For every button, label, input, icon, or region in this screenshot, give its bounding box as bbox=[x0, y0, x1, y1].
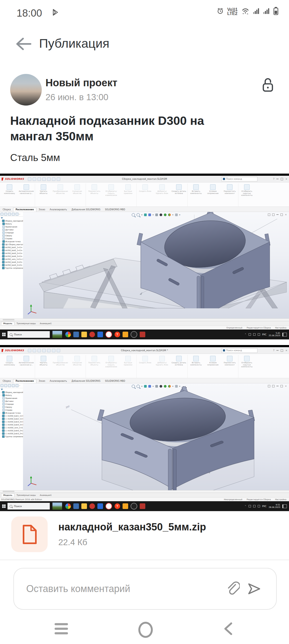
tree-item-icon bbox=[2, 421, 5, 423]
horizontal-scrollbar[interactable] bbox=[0, 490, 289, 493]
tree-item-icon bbox=[2, 403, 5, 405]
tree-item: ›(ф) Сборка_мангал (650x350 bbox=[0, 243, 23, 246]
tab-3d-views: Трехмерные виды bbox=[15, 322, 38, 325]
chrome-icon bbox=[65, 503, 71, 509]
attach-file-icon[interactable] bbox=[226, 581, 240, 597]
attachment-tile[interactable] bbox=[11, 516, 48, 552]
tree-item: ›Справа bbox=[0, 237, 23, 240]
tab-3d-views: Трехмерные виды bbox=[15, 494, 38, 497]
alarm-icon bbox=[217, 8, 223, 16]
cad-screenshot-1[interactable]: SOLIDWORKS Сборка_накладной_мангал.SLDAS… bbox=[0, 174, 289, 339]
status-item: Настройка bbox=[275, 498, 286, 501]
tool-icon bbox=[58, 356, 63, 361]
tree-item: ›nk350_bok2_1<1> (По умол bbox=[0, 249, 23, 252]
avatar[interactable] bbox=[10, 74, 42, 106]
yandex-icon: Y bbox=[115, 503, 120, 509]
tree-item: ›Датчики bbox=[0, 400, 23, 403]
comment-input[interactable] bbox=[26, 583, 214, 595]
tab-analizirovat: Анализировать bbox=[48, 208, 69, 212]
app-icon-dark bbox=[131, 503, 137, 510]
ribbon-tool: Добавить/Удалить блок bbox=[154, 184, 170, 207]
tree-item-icon bbox=[2, 231, 5, 234]
search-icon bbox=[10, 505, 12, 508]
ribbon-tool: Смещение объектов bbox=[69, 184, 86, 207]
tab-mbd: SOLIDWORKS MBD bbox=[103, 379, 127, 383]
back-button[interactable] bbox=[15, 37, 32, 51]
post-date: 26 июн. в 13:00 bbox=[45, 92, 108, 102]
tree-item-icon bbox=[2, 432, 5, 435]
ribbon-tool: Отобразить скрытые компоненты bbox=[238, 355, 255, 378]
tree-item-icon bbox=[2, 220, 5, 222]
tool-icon bbox=[176, 184, 182, 190]
folder-icon bbox=[81, 332, 87, 337]
nav-home-button[interactable] bbox=[138, 622, 153, 638]
tree-item-icon bbox=[2, 267, 5, 269]
section-divider bbox=[0, 560, 289, 560]
solidworks-app-icon bbox=[140, 503, 145, 509]
play-store-icon bbox=[51, 8, 59, 18]
model-tab-strip: Модель Трехмерные виды Анимация1 bbox=[0, 493, 289, 497]
ribbon-toolbar: Создать компоновкуАвтоматическое нанесен… bbox=[0, 354, 289, 378]
tree-item-icon bbox=[2, 426, 5, 429]
taskbar-apps: Y bbox=[65, 331, 145, 338]
status-item: Определенный bbox=[226, 327, 242, 329]
quick-toolbar-icons bbox=[28, 177, 60, 181]
tree-item-icon bbox=[2, 400, 5, 402]
tool-icon bbox=[210, 184, 216, 190]
app-icon-telegram bbox=[97, 503, 103, 509]
file-icon bbox=[21, 525, 37, 544]
close-icon: × bbox=[285, 178, 287, 180]
tray-clock: 5:4125.06.2023 bbox=[269, 332, 280, 337]
tree-item-icon bbox=[2, 243, 5, 246]
ribbon-tool: Вставить компоненты bbox=[188, 355, 204, 378]
post-title: Накладной подказанник D300 на мангал 350… bbox=[10, 113, 204, 144]
tool-icon bbox=[142, 356, 148, 361]
tree-item: ›Сверху bbox=[0, 234, 23, 237]
tree-item: ›nk350_bok3_2<1> (По умол bbox=[0, 252, 23, 255]
taskbar-search: Поиск bbox=[7, 331, 50, 338]
tool-icon bbox=[210, 356, 216, 361]
restore-icon bbox=[281, 349, 283, 352]
ribbon-tool: Добавить/Удалить блок bbox=[154, 355, 170, 378]
tree-item: ›nk350_bok3_2<2> (По умол bbox=[0, 264, 23, 267]
close-icon: × bbox=[285, 349, 287, 352]
ribbon-tool: Переместить объекты bbox=[86, 355, 103, 378]
tree-item-icon bbox=[2, 229, 5, 231]
tool-icon bbox=[7, 356, 12, 361]
author-name[interactable]: Новый проект bbox=[45, 77, 117, 89]
horizontal-scrollbar[interactable] bbox=[0, 319, 289, 321]
attachment-filename[interactable]: накладной_казан350_5мм.zip bbox=[58, 521, 206, 533]
tree-item: ›History bbox=[0, 222, 23, 225]
tree-item: ›Исходная точка bbox=[0, 240, 23, 243]
tab-raspolozhenie: Расположение bbox=[13, 208, 36, 212]
nav-back-button[interactable] bbox=[223, 622, 234, 636]
viewport: ▼ ▼ ▼ ▼ × bbox=[23, 383, 289, 490]
solidworks-titlebar: SOLIDWORKS Сборка_накладной_мангал.SLDAS… bbox=[0, 176, 289, 182]
cad-screenshot-2[interactable]: SOLIDWORKS Сборка_накладной_мангал.SLDAS… bbox=[0, 345, 289, 511]
tree-item-icon bbox=[2, 394, 5, 396]
ribbon-tool: Создать блок bbox=[137, 355, 154, 378]
tree-item-icon bbox=[2, 252, 5, 254]
send-comment-icon[interactable] bbox=[247, 582, 261, 597]
ribbon-tool: Смещение объектов bbox=[69, 355, 86, 378]
tree-item: ›Спереди bbox=[0, 403, 23, 406]
app-icon-red bbox=[89, 332, 95, 337]
tree-item: ›(-) nk350_bok1_1<1> (По ум bbox=[0, 414, 23, 417]
ribbon-tab-strip: Сборка Расположение Эскиз Анализировать … bbox=[0, 207, 289, 212]
command-search: Поиск команд bbox=[222, 177, 257, 181]
tool-icon bbox=[74, 356, 80, 361]
tool-icon bbox=[41, 356, 46, 361]
ribbon-tool: Создать компоновку bbox=[1, 184, 18, 207]
tree-item: ›nk350_verx_1<1> (По умолч bbox=[0, 258, 23, 261]
window-controls: ?× bbox=[273, 349, 287, 352]
folder-orange-icon bbox=[123, 332, 128, 337]
ribbon-tool: Создать деталь из блока bbox=[170, 355, 188, 378]
tree-item: ›Датчики bbox=[0, 228, 23, 231]
tool-icon bbox=[142, 184, 148, 190]
tree-item: ›(-) nk350_bok3_2<1> (По ум bbox=[0, 420, 23, 423]
tree-item: ›Сборка_накладной_мангал (По bbox=[0, 219, 23, 222]
solidworks-logo-icon: SOLIDWORKS bbox=[2, 178, 24, 181]
nav-menu-button[interactable] bbox=[55, 623, 68, 637]
feature-tree-panel: › ›Сборка_накладной_мангал (По›History›П… bbox=[0, 383, 23, 490]
tree-item-icon bbox=[2, 397, 5, 399]
